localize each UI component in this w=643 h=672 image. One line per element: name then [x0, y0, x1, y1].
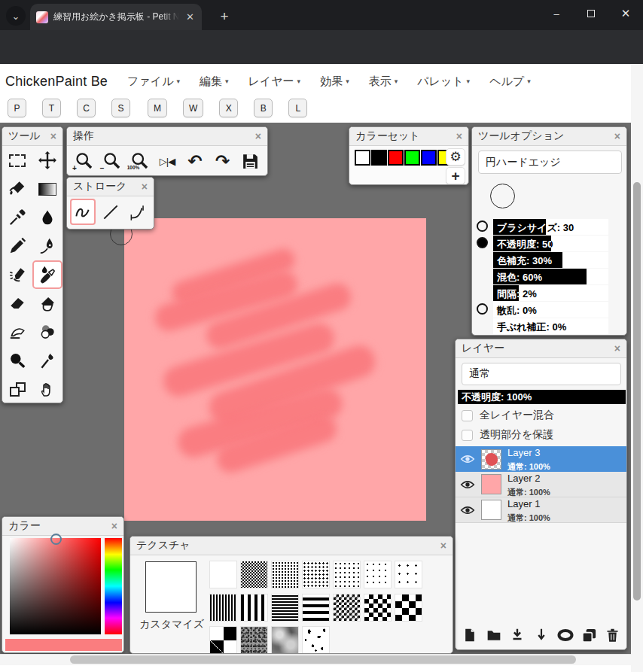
shortcut-b[interactable]: B: [254, 99, 273, 117]
texture-tile-fine-checker[interactable]: [240, 561, 268, 588]
spacing-slider[interactable]: 間隔: 2% 間隔: 2%: [493, 285, 608, 301]
texture-tile-vlines-fine[interactable]: [209, 594, 237, 622]
swatch-green[interactable]: [404, 150, 420, 166]
panel-colorset-titlebar[interactable]: カラーセット×: [349, 127, 468, 146]
opacity-radio[interactable]: [477, 237, 488, 248]
texture-tile-dots-medium[interactable]: [302, 561, 330, 588]
brush-size-slider[interactable]: ブラシサイズ: 30 ブラシサイズ: 30: [493, 219, 608, 235]
flip-horizontal-button[interactable]: ▷|◀: [155, 149, 180, 173]
close-icon[interactable]: ×: [255, 130, 261, 142]
texture-tile-dots-sparse[interactable]: [333, 561, 361, 588]
sample-all-layers-checkbox[interactable]: [462, 410, 473, 421]
move-tool-button[interactable]: [32, 146, 62, 175]
eye-visible-icon[interactable]: [460, 504, 475, 516]
zoom-100-button[interactable]: 100%: [127, 149, 152, 173]
swatch-blue[interactable]: [421, 150, 437, 166]
bezier-stroke-button[interactable]: [125, 199, 151, 225]
layer-row-2[interactable]: Layer 2通常: 100%: [456, 472, 627, 497]
duplicate-layer-button[interactable]: [579, 626, 599, 644]
select-tool-button[interactable]: [2, 146, 32, 175]
close-icon[interactable]: ×: [614, 130, 620, 142]
shortcut-l[interactable]: L: [288, 99, 307, 117]
new-tab-button[interactable]: +: [215, 8, 233, 26]
texture-tile-clouds[interactable]: [271, 626, 299, 654]
shortcut-w[interactable]: W: [183, 99, 203, 117]
blender-tool-button[interactable]: [32, 318, 62, 346]
add-layer-button[interactable]: [460, 626, 480, 644]
close-icon[interactable]: ×: [142, 181, 148, 193]
eraser-tool-button[interactable]: [2, 289, 32, 318]
window-close-button[interactable]: ✕: [608, 0, 643, 27]
menu-view[interactable]: 表示▾: [369, 74, 398, 89]
redo-button[interactable]: ↷: [210, 149, 235, 173]
opacity-slider[interactable]: 不透明度: 50 不透明度: 50: [493, 236, 608, 251]
menu-palette[interactable]: パレット▾: [417, 74, 470, 89]
rotate-canvas-tool-button[interactable]: [2, 375, 32, 403]
bleed-slider[interactable]: 混色: 60% 混色: 60%: [493, 269, 608, 284]
window-maximize-button[interactable]: [574, 0, 608, 27]
layer-row-1[interactable]: Layer 1通常: 100%: [456, 497, 627, 523]
line-stroke-button[interactable]: [97, 199, 123, 225]
dodge-tool-button[interactable]: [2, 346, 32, 375]
swatch-black[interactable]: [371, 150, 387, 166]
freehand-stroke-button[interactable]: [70, 199, 96, 225]
airbrush-tool-button[interactable]: [2, 260, 32, 289]
resat-slider[interactable]: 色補充: 30% 色補充: 30%: [493, 252, 608, 268]
shortcut-m[interactable]: M: [148, 99, 167, 117]
pen-tool-button[interactable]: [32, 232, 62, 260]
eye-visible-icon[interactable]: [460, 479, 475, 491]
zoom-out-button[interactable]: −: [99, 149, 124, 173]
layer-row-3[interactable]: Layer 3通常: 100%: [456, 446, 627, 472]
smoothing-slider[interactable]: 手ぶれ補正: 0% 手ぶれ補正: 0%: [493, 318, 608, 334]
shortcut-t[interactable]: T: [42, 99, 61, 117]
vertical-scrollbar-thumb[interactable]: [633, 182, 641, 601]
shortcut-p[interactable]: P: [8, 99, 26, 117]
texture-tile-vlines-thick[interactable]: [240, 594, 268, 622]
gradient-tool-button[interactable]: [32, 175, 62, 203]
add-group-button[interactable]: [484, 626, 504, 644]
pencil-tool-button[interactable]: [2, 232, 32, 260]
eye-visible-icon[interactable]: [460, 453, 475, 465]
texture-tile-hlines-fine[interactable]: [271, 594, 299, 622]
panel-tool-options-titlebar[interactable]: ツールオプション×: [472, 127, 626, 146]
panel-operations-titlebar[interactable]: 操作×: [67, 127, 267, 146]
menu-layer[interactable]: レイヤー▾: [248, 74, 301, 89]
smudge-tool-button[interactable]: [2, 318, 32, 346]
menu-file[interactable]: ファイル▾: [127, 74, 180, 89]
lock-alpha-checkbox[interactable]: [462, 430, 473, 441]
panel-tools-titlebar[interactable]: ツール×: [2, 127, 62, 146]
blur-tool-button[interactable]: [32, 203, 62, 232]
merge-down-button[interactable]: [532, 626, 551, 644]
burn-tool-button[interactable]: [32, 346, 62, 375]
texture-tile-none[interactable]: [209, 561, 237, 588]
texture-tile-checker-medium[interactable]: [364, 594, 392, 622]
tab-search-button[interactable]: ⌄: [6, 6, 26, 26]
fill-tool-button[interactable]: [2, 175, 32, 203]
menu-effect[interactable]: 効果▾: [320, 74, 349, 89]
waterbrush-tool-button[interactable]: [32, 260, 62, 289]
scatter-radio[interactable]: [477, 303, 488, 315]
delete-layer-button[interactable]: [603, 626, 623, 644]
texture-tile-checker-small[interactable]: [333, 594, 361, 622]
close-icon[interactable]: ×: [614, 342, 620, 354]
close-icon[interactable]: ×: [50, 130, 56, 142]
picker-cursor[interactable]: [50, 534, 62, 545]
swatch-red[interactable]: [388, 150, 404, 166]
window-minimize-button[interactable]: –: [539, 0, 574, 27]
brush-size-radio[interactable]: [477, 220, 488, 232]
panel-layers-titlebar[interactable]: レイヤー×: [456, 339, 626, 358]
hand-tool-button[interactable]: [32, 375, 62, 403]
browser-tab[interactable]: 練習用お絵かき掲示板 - Petit No ✕: [30, 4, 202, 30]
panel-stroke-titlebar[interactable]: ストローク×: [67, 178, 154, 196]
zoom-in-button[interactable]: +: [72, 149, 96, 173]
hue-slider[interactable]: [105, 538, 122, 634]
undo-button[interactable]: ↶: [182, 149, 207, 173]
blend-mode-select[interactable]: 通常: [462, 363, 621, 385]
tab-close-icon[interactable]: ✕: [184, 11, 196, 23]
close-icon[interactable]: ×: [111, 520, 117, 532]
texture-tile-noise[interactable]: [240, 626, 268, 654]
texture-tile-splatter[interactable]: [302, 626, 330, 654]
saturation-value-picker[interactable]: [10, 538, 101, 634]
close-icon[interactable]: ×: [440, 540, 446, 552]
menu-help[interactable]: ヘルプ▾: [489, 74, 531, 89]
